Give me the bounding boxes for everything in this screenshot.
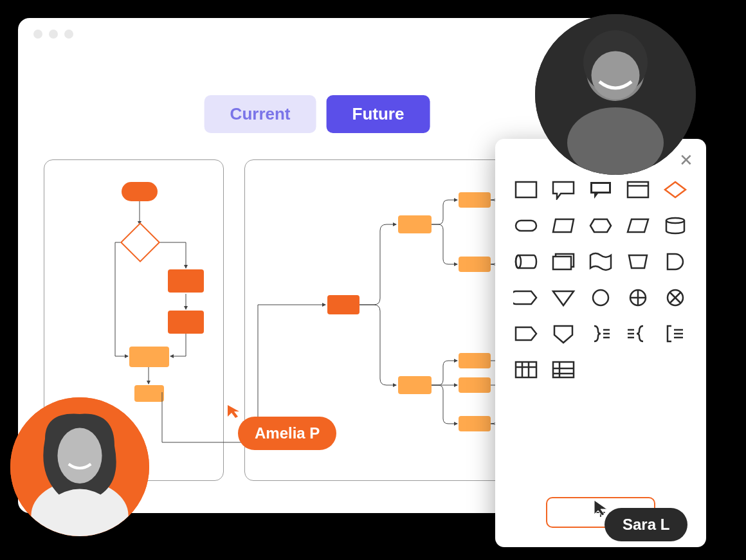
svg-rect-10 xyxy=(516,182,536,197)
svg-rect-14 xyxy=(516,221,536,231)
shape-rounded-rect-icon[interactable] xyxy=(512,215,540,237)
shape-circle-x-icon[interactable] xyxy=(661,287,689,309)
shape-bucket-icon[interactable] xyxy=(624,251,652,273)
shape-pentagon-tag-icon[interactable] xyxy=(512,323,540,345)
svg-point-46 xyxy=(592,51,640,100)
leaf-node[interactable] xyxy=(459,192,491,208)
process-node[interactable] xyxy=(168,311,204,334)
branch-node[interactable] xyxy=(398,215,432,233)
shape-speech-bubble-icon[interactable] xyxy=(549,179,578,201)
svg-rect-34 xyxy=(516,362,536,377)
shape-hexagon-icon[interactable] xyxy=(587,215,615,237)
svg-rect-11 xyxy=(592,184,609,192)
shape-grid xyxy=(507,179,695,381)
root-node[interactable] xyxy=(327,295,359,314)
collaborator-avatar-bottom xyxy=(10,397,149,536)
collaborator-avatar-top xyxy=(535,14,696,175)
shape-can-icon[interactable] xyxy=(512,251,540,273)
shape-rectangle-icon[interactable] xyxy=(512,179,540,201)
process-node[interactable] xyxy=(134,385,164,402)
window-dot xyxy=(64,30,73,39)
shape-half-circle-icon[interactable] xyxy=(661,251,689,273)
shape-card-icon[interactable] xyxy=(624,179,652,201)
tab-current[interactable]: Current xyxy=(205,95,316,133)
leaf-node[interactable] xyxy=(459,377,491,393)
state-tabs: Current Future xyxy=(205,95,430,133)
shape-triangle-down-icon[interactable] xyxy=(549,287,578,309)
shape-diamond-icon[interactable] xyxy=(661,179,689,201)
branch-node[interactable] xyxy=(398,376,432,394)
shape-flag-icon[interactable] xyxy=(587,251,615,273)
svg-point-44 xyxy=(567,107,664,175)
shape-circle-icon[interactable] xyxy=(587,287,615,309)
window-dot xyxy=(33,30,42,39)
window-titlebar xyxy=(18,18,616,50)
avatar-placeholder-icon xyxy=(10,397,149,536)
shape-bracket-icon[interactable] xyxy=(661,323,689,345)
shape-trapezoid-icon[interactable] xyxy=(549,215,578,237)
svg-point-49 xyxy=(57,428,102,483)
leaf-node[interactable] xyxy=(459,353,491,368)
svg-point-18 xyxy=(593,290,608,305)
shape-parallelogram-icon[interactable] xyxy=(624,215,652,237)
shape-brace-left-icon[interactable] xyxy=(624,323,652,345)
leaf-node[interactable] xyxy=(459,257,491,272)
leaf-node[interactable] xyxy=(459,416,491,431)
svg-point-16 xyxy=(516,255,521,268)
svg-rect-12 xyxy=(628,182,648,197)
shape-document-stack-icon[interactable] xyxy=(549,251,578,273)
shape-tag-icon[interactable] xyxy=(512,287,540,309)
cursor-pointer-icon xyxy=(226,404,242,419)
svg-point-15 xyxy=(666,218,684,223)
shape-circle-cross-icon[interactable] xyxy=(624,287,652,309)
shape-brace-right-icon[interactable] xyxy=(587,323,615,345)
tab-future[interactable]: Future xyxy=(327,95,430,133)
shape-grid-horizontal-icon[interactable] xyxy=(549,359,578,381)
collaborator-cursor-sara: Sara L xyxy=(605,508,687,541)
shape-speech-bubble-filled-icon[interactable] xyxy=(587,179,615,201)
shape-picker-panel: ✕ + xyxy=(495,139,706,547)
svg-rect-17 xyxy=(553,257,571,269)
process-node[interactable] xyxy=(168,269,204,293)
shape-grid-vertical-icon[interactable] xyxy=(512,359,540,381)
svg-rect-38 xyxy=(553,362,574,377)
window-dot xyxy=(49,30,58,39)
cursor-pointer-icon xyxy=(592,499,610,517)
shape-cylinder-icon[interactable] xyxy=(661,215,689,237)
shape-shield-icon[interactable] xyxy=(549,323,578,345)
collaborator-cursor-amelia: Amelia P xyxy=(238,417,336,450)
avatar-placeholder-icon xyxy=(535,14,696,175)
close-icon[interactable]: ✕ xyxy=(679,150,693,170)
process-node[interactable] xyxy=(129,347,169,367)
start-node[interactable] xyxy=(122,182,158,201)
